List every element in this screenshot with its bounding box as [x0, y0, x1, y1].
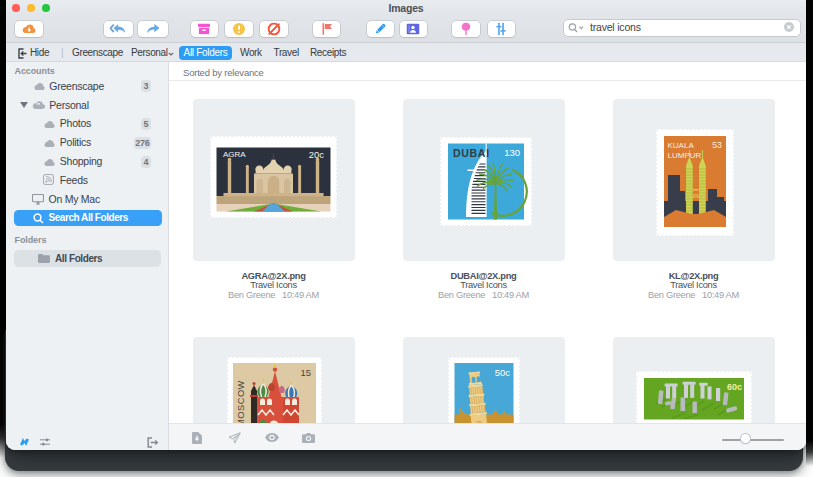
svg-text:130: 130 [504, 147, 520, 158]
svg-text:MOSCOW: MOSCOW [235, 380, 245, 427]
svg-text:60c: 60c [727, 382, 742, 392]
svg-text:15: 15 [300, 367, 311, 378]
svg-text:50c: 50c [494, 367, 510, 378]
svg-text:AGRA: AGRA [223, 150, 246, 159]
svg-text:LUMPUR: LUMPUR [667, 151, 701, 160]
svg-text:20c: 20c [309, 149, 325, 160]
svg-text:DUBAI: DUBAI [453, 147, 490, 159]
svg-text:KUALA: KUALA [667, 141, 694, 150]
svg-text:53: 53 [712, 140, 722, 150]
